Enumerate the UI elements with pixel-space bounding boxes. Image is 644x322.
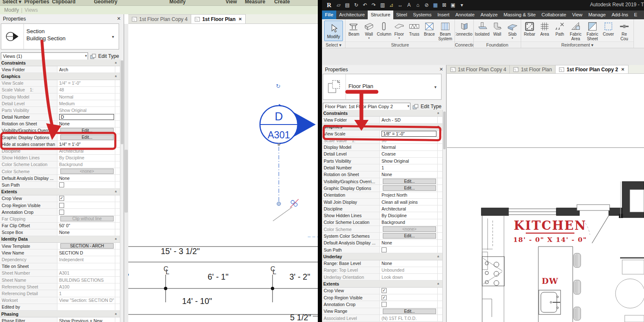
ribbon-panel-label-clipboard[interactable]: Clipboard [52,0,75,5]
property-value-view-scale[interactable]: 1/8" = 1'-0" [380,130,437,137]
ribbon-button-path[interactable]: Path [552,20,567,37]
ribbon-button-slab[interactable]: Slab▾ [505,20,520,39]
property-value-annotation-crop[interactable] [57,209,115,215]
checkbox-crop-region-visible[interactable] [59,203,64,208]
right-properties-scrollbar[interactable] [442,110,446,322]
property-value-sun-path[interactable] [380,247,437,253]
section-header-graphics[interactable]: Graphics» [0,73,120,80]
tab-manage[interactable]: Manage [585,10,609,19]
property-value-view-range[interactable]: Edit... [380,308,437,314]
thin-lines-icon[interactable]: ▦ [431,0,440,10]
button-view-template[interactable]: SECTION - ARCH [60,243,114,249]
text-icon[interactable]: A [405,0,413,10]
view-tab-1st-floor-plan-copy-2[interactable]: 1st Floor Plan Copy 2✕ [556,65,628,73]
tab-insert[interactable]: Insert [434,10,452,19]
property-value-range-base-level[interactable]: None [380,260,437,267]
view-tab-1st-floor-plan[interactable]: 1st Floor Plan [510,65,556,73]
section-header-extents[interactable]: Extents» [322,280,442,287]
property-value-detail-number[interactable]: 1 [380,164,437,171]
property-value-phase-filter[interactable]: Show Previous + New [57,317,115,322]
checkbox-sun-path[interactable] [382,247,387,252]
property-value-view-name[interactable]: SECTION D [57,249,115,256]
ribbon-button-fabric-area[interactable]: FabricArea [567,20,584,41]
property-value-display-model[interactable]: Normal [380,144,437,150]
dimension-texts[interactable]: 15' - 3 1/2" 2" 6' - 1" 3' - 2" 14' - 10… [128,247,311,322]
property-value-crop-view[interactable]: ✓ [380,288,437,294]
collapse-chevron-icon[interactable]: » [113,75,117,77]
property-value-referencing-sheet[interactable]: A100 [57,283,115,290]
close-icon[interactable]: ✕ [439,67,443,72]
view-tab-1st-floor-plan-copy-4[interactable]: 1st Floor Plan Copy 4 [447,65,510,73]
island-stools[interactable] [574,253,581,320]
chevron-down-icon[interactable]: ▾ [112,24,119,49]
ribbon-button-area[interactable]: Area [537,20,552,37]
property-value-detail-level[interactable]: Coarse [380,151,437,157]
section-marker[interactable]: D A301 [260,104,316,206]
ribbon-button-wall[interactable]: Wall [490,20,505,37]
property-value-sun-path[interactable] [57,182,115,188]
property-value-view-folder[interactable]: Arch [57,66,115,73]
property-value-workset[interactable]: View "Section: SECTION D" [57,297,115,304]
revit-logo[interactable]: R [324,1,334,9]
type-selector[interactable]: Section Building Section ▾ [1,23,119,49]
sink[interactable] [539,290,561,314]
ribbon-panel-label-measure[interactable]: Measure [245,0,265,5]
button-view-range[interactable]: Edit... [383,309,436,314]
property-value-color-scheme-location[interactable]: Background [380,219,437,226]
collapse-chevron-icon[interactable]: » [436,255,440,257]
sync-icon[interactable]: ↻ [352,0,361,10]
section-header-constraints[interactable]: Constraints» [322,110,442,117]
button-graphic-display-options[interactable]: Edit... [60,135,114,140]
property-value-graphic-display-options[interactable]: Edit... [380,185,437,191]
left-canvas-scrollbar[interactable] [124,24,128,322]
ribbon-button-truss[interactable]: Truss [407,20,422,37]
property-value-range-top-level[interactable]: Unbounded [380,267,437,273]
property-value-rotation-on-sheet[interactable]: None [380,171,437,178]
property-value-referencing-detail[interactable]: 1 [57,290,115,296]
section-header-graphics[interactable]: Graphics» [322,124,442,130]
property-value-parts-visibility[interactable]: Show Original [380,158,437,164]
ribbon-button-rebar[interactable]: Rebar [522,20,537,37]
property-value-parts-visibility[interactable]: Show Original [57,107,115,113]
property-value-scope-box[interactable]: None [57,229,115,236]
property-value-visibility-graphics-overri[interactable]: Edit... [380,178,437,184]
ribbon-group-label-structure[interactable]: Structure [345,42,454,48]
ribbon-group-label-foundation[interactable]: Foundation [474,42,521,48]
tab-massing-site[interactable]: Massing & Site [501,10,539,19]
section-header-extents[interactable]: Extents» [0,189,120,195]
tab-file[interactable]: File [322,10,336,19]
section-header-identity-data[interactable]: Identity Data» [0,236,120,243]
tab-analyze[interactable]: Analyze [478,10,501,19]
ribbon-button-beam-system[interactable]: BeamSystem [437,20,454,41]
section-header-underlay[interactable]: Underlay» [322,253,442,260]
close-icon[interactable]: ✕ [117,16,121,21]
view-selector-dropdown[interactable]: Views (1) ▾ [1,52,88,60]
save-icon[interactable]: ▤ [343,0,352,10]
ribbon-panel-label-select[interactable]: Select ▾ [3,0,21,5]
property-value-wall-join-display[interactable]: Clean all wall joins [380,199,437,205]
section-icon[interactable]: ⊘ [422,0,431,10]
edit-type-button[interactable]: Edit Type [90,53,119,59]
kitchen-counter-left[interactable] [482,216,504,322]
collapse-chevron-icon[interactable]: » [436,126,440,128]
close-hidden-icon[interactable]: ⊠ [440,0,449,10]
property-value-crop-view[interactable]: ✓ [57,195,115,202]
print-icon[interactable]: ▥ [378,0,387,10]
ribbon-button-connection[interactable]: Connection [456,20,473,37]
property-value-color-scheme[interactable]: <none> [380,226,437,232]
ribbon-panel-label-create[interactable]: Create [274,0,290,5]
edit-type-button[interactable]: Edit Type [413,104,441,109]
measure-icon[interactable]: ⊿ [387,0,396,10]
property-value-color-scheme[interactable]: <none> [57,168,115,174]
type-selector[interactable]: Floor Plan ▾ [323,74,441,100]
property-value-scale-value-1[interactable]: 48 [57,87,115,93]
property-value-edited-by[interactable] [57,304,115,310]
collapse-chevron-icon[interactable]: » [113,313,117,315]
collapse-chevron-icon[interactable]: » [436,112,440,114]
property-value-underlay-orientation[interactable]: Look down [380,274,437,280]
button-color-scheme[interactable]: <none> [383,226,436,232]
kitchen-walls[interactable] [481,182,644,243]
property-value-detail-number[interactable]: D [57,114,115,120]
checkbox-annotation-crop[interactable] [382,302,387,307]
close-tab-icon[interactable]: ✕ [621,67,624,72]
